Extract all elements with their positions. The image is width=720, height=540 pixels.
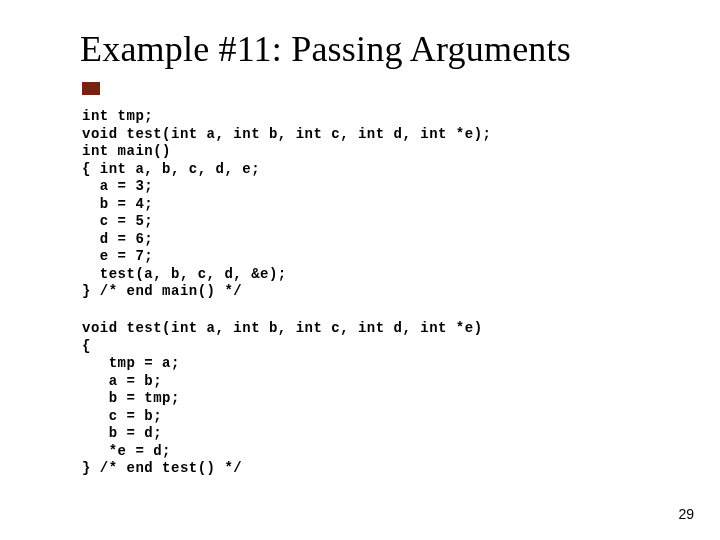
accent-decoration: [82, 82, 100, 95]
slide-title: Example #11: Passing Arguments: [80, 28, 571, 70]
page-number: 29: [678, 506, 694, 522]
code-block-test: void test(int a, int b, int c, int d, in…: [82, 320, 483, 478]
slide-container: Example #11: Passing Arguments int tmp; …: [0, 0, 720, 540]
code-block-main: int tmp; void test(int a, int b, int c, …: [82, 108, 491, 301]
